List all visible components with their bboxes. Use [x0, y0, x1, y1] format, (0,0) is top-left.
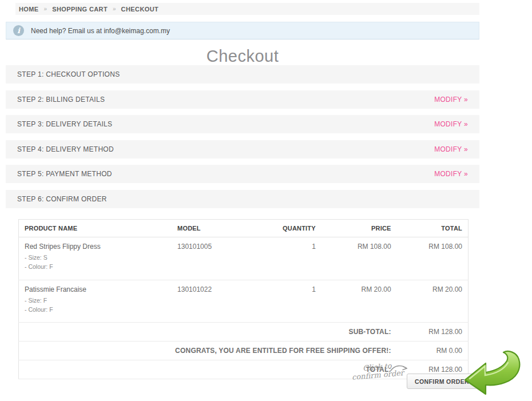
free-shipping-value: RM 0.00	[397, 342, 469, 360]
step-3-delivery-details: STEP 3: DELIVERY DETAILS MODIFY »	[6, 115, 479, 133]
step-label: STEP 5: PAYMENT METHOD	[17, 170, 112, 178]
product-cell: Patissmie Francaise - Size: F - Colour: …	[19, 280, 172, 323]
product-option-colour: - Colour: F	[25, 262, 166, 271]
product-option-size: - Size: F	[25, 296, 166, 305]
breadcrumb: HOME » SHOPPING CART » CHECKOUT	[15, 3, 479, 15]
subtotal-value: RM 128.00	[397, 323, 469, 342]
product-name: Patissmie Francaise	[25, 285, 166, 293]
product-name: Red Stripes Flippy Dress	[25, 243, 166, 251]
table-row: Patissmie Francaise - Size: F - Colour: …	[19, 280, 469, 323]
checkout-steps: STEP 1: CHECKOUT OPTIONS STEP 2: BILLING…	[6, 65, 479, 215]
info-icon: i	[13, 25, 24, 36]
page-title: Checkout	[6, 47, 479, 66]
step-6-confirm-order: STEP 6: CONFIRM ORDER	[6, 190, 479, 208]
modify-delivery-details-link[interactable]: MODIFY »	[434, 120, 468, 128]
step-2-billing-details: STEP 2: BILLING DETAILS MODIFY »	[6, 90, 479, 109]
col-model: MODEL	[172, 220, 263, 237]
checkout-page: HOME » SHOPPING CART » CHECKOUT i Need h…	[0, 0, 532, 401]
help-banner-text: Need help? Email us at info@keimag.com.m…	[31, 27, 170, 35]
product-cell: Red Stripes Flippy Dress - Size: S - Col…	[19, 237, 172, 280]
modify-payment-method-link[interactable]: MODIFY »	[434, 170, 468, 178]
table-header-row: PRODUCT NAME MODEL QUANTITY PRICE TOTAL	[19, 220, 469, 237]
price-cell: RM 20.00	[321, 280, 397, 323]
total-cell: RM 20.00	[397, 280, 469, 323]
step-label: STEP 3: DELIVERY DETAILS	[17, 120, 112, 128]
breadcrumb-item-shopping-cart[interactable]: SHOPPING CART	[52, 6, 108, 13]
col-price: PRICE	[321, 220, 397, 237]
table-row: Red Stripes Flippy Dress - Size: S - Col…	[19, 237, 469, 280]
step-label: STEP 2: BILLING DETAILS	[17, 96, 105, 104]
total-label: TOTAL:	[19, 360, 397, 379]
quantity-cell: 1	[263, 237, 321, 280]
step-label: STEP 4: DELIVERY METHOD	[17, 145, 114, 153]
col-product-name: PRODUCT NAME	[19, 220, 172, 237]
subtotal-label: SUB-TOTAL:	[19, 323, 397, 342]
order-table: PRODUCT NAME MODEL QUANTITY PRICE TOTAL …	[18, 219, 469, 379]
subtotal-row: SUB-TOTAL: RM 128.00	[19, 323, 469, 342]
price-cell: RM 108.00	[321, 237, 397, 280]
col-total: TOTAL	[397, 220, 469, 237]
free-shipping-row: CONGRATS, YOU ARE ENTITLED FOR FREE SHIP…	[19, 342, 469, 360]
step-label: STEP 1: CHECKOUT OPTIONS	[17, 70, 120, 78]
total-cell: RM 108.00	[397, 237, 469, 280]
quantity-cell: 1	[263, 280, 321, 323]
breadcrumb-separator: »	[113, 6, 116, 12]
breadcrumb-separator: »	[44, 6, 47, 12]
modify-billing-link[interactable]: MODIFY »	[434, 96, 468, 104]
model-cell: 130101005	[172, 237, 263, 280]
col-quantity: QUANTITY	[263, 220, 321, 237]
step-5-payment-method: STEP 5: PAYMENT METHOD MODIFY »	[6, 165, 479, 183]
breadcrumb-item-checkout[interactable]: CHECKOUT	[121, 6, 159, 13]
breadcrumb-item-home[interactable]: HOME	[19, 6, 39, 13]
step-4-delivery-method: STEP 4: DELIVERY METHOD MODIFY »	[6, 140, 479, 158]
green-arrow-icon	[464, 350, 522, 400]
modify-delivery-method-link[interactable]: MODIFY »	[434, 145, 468, 153]
product-option-colour: - Colour: F	[25, 305, 166, 314]
product-option-size: - Size: S	[25, 253, 166, 262]
step-label: STEP 6: CONFIRM ORDER	[17, 195, 107, 203]
handdrawn-arrow-icon	[390, 363, 409, 375]
step-1-checkout-options: STEP 1: CHECKOUT OPTIONS	[6, 65, 479, 84]
model-cell: 130101022	[172, 280, 263, 323]
help-banner: i Need help? Email us at info@keimag.com…	[6, 22, 479, 39]
free-shipping-label: CONGRATS, YOU ARE ENTITLED FOR FREE SHIP…	[19, 342, 397, 360]
